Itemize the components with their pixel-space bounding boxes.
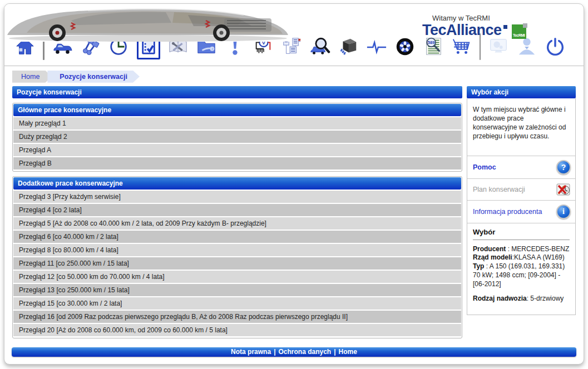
footer-link[interactable]: Nota prawna — [231, 348, 271, 356]
maintenance-plan-label: Plan konserwacji — [473, 186, 525, 193]
content: Pozycje konserwacji Główne prace konserw… — [4, 86, 584, 338]
maintenance-item[interactable]: Przegląd 12 [co 50.000 km do 70.000 km /… — [13, 271, 461, 283]
vehicle-info: Producent : MERCEDES-BENZRząd modeli:KLA… — [473, 245, 570, 303]
breadcrumb-item[interactable]: Home — [12, 71, 52, 83]
breadcrumb-item[interactable]: Pozycje konserwacji — [47, 71, 140, 83]
vehicle-info-line: Rząd modeli:KLASA A (W169) — [473, 253, 570, 262]
footer-link[interactable]: Home — [339, 348, 357, 356]
selection-summary: Wybór Producent : MERCEDES-BENZRząd mode… — [467, 223, 575, 315]
maintenance-item[interactable]: Duży przegląd 2 — [13, 131, 461, 143]
section-header: Dodatkowe prace konserwacyjne — [13, 177, 461, 190]
sections: Główne prace konserwacyjneMały przegląd … — [12, 103, 462, 338]
maintenance-section: Dodatkowe prace konserwacyjnePrzegląd 3 … — [12, 176, 462, 338]
svg-text:589: 589 — [427, 40, 434, 45]
selection-divider — [473, 240, 570, 240]
page-title: Pozycje konserwacji — [12, 86, 462, 98]
vehicle-info-line: Typ : A 150 (169.031, 169.331) 70 kW; 14… — [473, 262, 570, 288]
maintenance-item[interactable]: Przegląd A — [13, 144, 461, 156]
header: Witamy w TecRMI TecAllianceTecRMI — [4, 4, 584, 29]
tecalliance-logo: TecAllianceTecRMI — [422, 22, 561, 39]
breadcrumb: HomePozycje konserwacji — [12, 71, 576, 83]
tecrmi-badge: TecRMI — [512, 24, 526, 39]
maintenance-section: Główne prace konserwacyjneMały przegląd … — [12, 103, 462, 172]
vehicle-info-line: Rodzaj nadwozia: 5-drzwiowy — [473, 295, 570, 303]
maintenance-item[interactable]: Przegląd 6 [co 40.000 km / 2 lata] — [13, 231, 461, 243]
sidebar-description: W tym miejscu wybrać główne i dodatkowe … — [467, 98, 575, 156]
action-sidebar: Wybór akcji W tym miejscu wybrać główne … — [467, 86, 576, 315]
sidebar-title: Wybór akcji — [467, 86, 576, 98]
maintenance-item[interactable]: Przegląd 16 [od 2009 Raz podczas pierwsz… — [13, 311, 461, 323]
maintenance-item[interactable]: Przegląd 4 [co 2 lata] — [13, 204, 461, 216]
manufacturer-info-link[interactable]: Informacja producenta i — [467, 200, 575, 223]
sidebar-box: W tym miejscu wybrać główne i dodatkowe … — [467, 98, 576, 315]
maintenance-item[interactable]: Przegląd 5 [Aż do 2008 co 40.000 km / 2 … — [13, 217, 461, 230]
relay-component-icon[interactable] — [338, 35, 359, 58]
footer-separator: | — [334, 348, 335, 356]
wheel-tyre-icon[interactable] — [394, 35, 416, 58]
welcome-text: Witamy w TecRMI — [432, 14, 561, 22]
main-panel: Pozycje konserwacji Główne prace konserw… — [12, 86, 462, 338]
app-window: Witamy w TecRMI TecAllianceTecRMI — [4, 3, 584, 365]
manufacturer-info-label: Informacja producenta — [473, 208, 542, 216]
maintenance-plan-link: Plan konserwacji — [467, 178, 575, 200]
footer-link[interactable]: Ochrona danych — [278, 348, 331, 356]
maintenance-item[interactable]: Przegląd 15 [co 30.000 km / 2 lata] — [13, 297, 461, 310]
logo-square-dot — [503, 25, 507, 29]
maintenance-plan-disabled-icon — [556, 183, 571, 196]
help-link[interactable]: Pomoc ? — [467, 156, 575, 178]
brand-block: Witamy w TecRMI TecAllianceTecRMI — [422, 14, 561, 39]
badge-corner — [523, 23, 527, 28]
maintenance-item[interactable]: Przegląd 8 [co 80.000 km / 4 lata] — [13, 244, 461, 256]
maintenance-item[interactable]: Przegląd B — [13, 157, 461, 169]
diagnostics-pulse-icon[interactable] — [366, 35, 387, 58]
help-question-icon: ? — [556, 160, 571, 174]
maintenance-item[interactable]: Przegląd 3 [Przy każdym serwisie] — [13, 191, 461, 203]
help-label: Pomoc — [473, 163, 496, 171]
maintenance-item[interactable]: Przegląd 20 [Aż do 2008 co 60.000 km, od… — [13, 324, 461, 336]
vehicle-search-icon[interactable] — [309, 35, 330, 58]
car-hero-image — [4, 4, 291, 42]
vehicle-info-line: Producent : MERCEDES-BENZ — [473, 245, 570, 254]
manufacturer-info-icon: i — [556, 205, 571, 219]
maintenance-item[interactable]: Mały przegląd 1 — [13, 117, 461, 129]
selection-title: Wybór — [473, 228, 570, 236]
section-header: Główne prace konserwacyjne — [13, 104, 461, 116]
maintenance-item[interactable]: Przegląd 11 [co 250.000 km / 15 lata] — [13, 257, 461, 270]
footer-bar: Nota prawna|Ochrona danych|Home — [12, 347, 576, 357]
toolbar-divider — [4, 66, 584, 66]
footer-separator: | — [274, 348, 275, 356]
maintenance-item[interactable]: Przegląd 13 [co 250.000 km / 15 lata] — [13, 284, 461, 296]
